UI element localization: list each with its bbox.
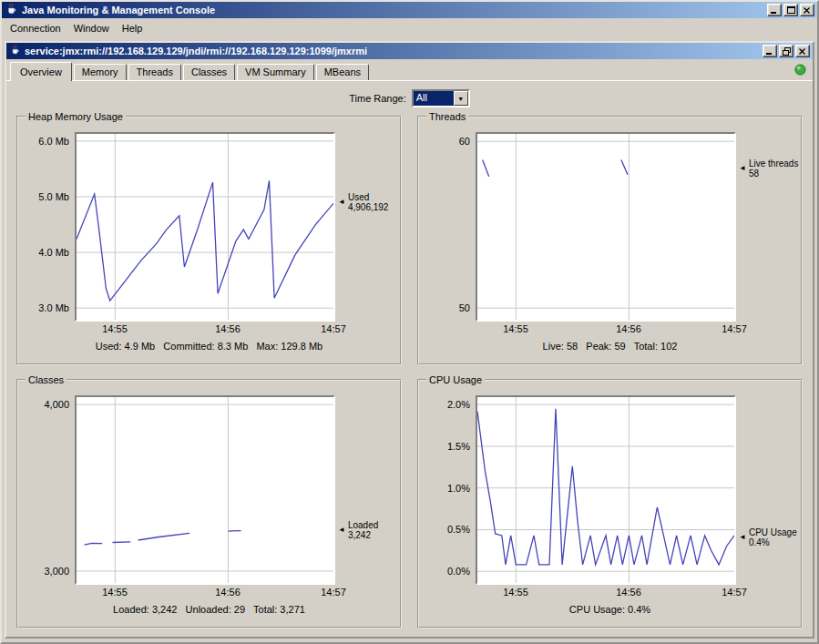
threads-line-chart <box>477 134 734 320</box>
close-icon <box>804 7 811 14</box>
annotation-text: Loaded3,242 <box>348 520 378 540</box>
chart-status: CPU Usage: 0.4% <box>425 604 795 615</box>
x-axis-tick-label: 14:57 <box>722 587 747 598</box>
x-axis-tick-label: 14:57 <box>321 323 346 334</box>
connection-window: service:jmx:rmi://192.168.129.129/jndi/r… <box>5 41 814 639</box>
mdi-workspace: service:jmx:rmi://192.168.129.129/jndi/r… <box>2 37 817 642</box>
chart-status: Used: 4.9 Mb Committed: 8.3 Mb Max: 129.… <box>24 341 394 352</box>
chart-panel-cpu-usage: CPU Usage 2.0%1.5%1.0%0.5%0.0% ◄CPU Usag… <box>417 379 803 629</box>
x-axis-tick-label: 14:56 <box>215 587 241 598</box>
menu-item-window[interactable]: Window <box>67 20 116 36</box>
main-titlebar[interactable]: Java Monitoring & Management Console <box>2 2 817 18</box>
x-axis: 14:5514:5614:57 <box>476 322 736 335</box>
tab-classes[interactable]: Classes <box>183 64 235 80</box>
menu-item-help[interactable]: Help <box>116 20 149 36</box>
x-axis: 14:5514:5614:57 <box>476 585 736 598</box>
dropdown-button[interactable]: ▼ <box>454 91 468 106</box>
java-cup-icon <box>5 3 18 17</box>
tab-memory[interactable]: Memory <box>74 64 127 80</box>
connection-status-icon[interactable] <box>794 64 806 77</box>
chart-annotation: ◄Live threads58 <box>736 132 795 322</box>
time-range-select[interactable]: All ▼ <box>412 89 470 107</box>
y-axis-tick-label: 6.0 Mb <box>38 137 69 146</box>
time-range-row: Time Range: All ▼ <box>6 81 813 112</box>
tab-strip: Overview Memory Threads Classes VM Summa… <box>6 59 813 80</box>
x-axis-tick-label: 14:56 <box>616 323 641 334</box>
x-axis: 14:5514:5614:57 <box>75 322 335 335</box>
y-axis-tick-label: 3,000 <box>44 567 69 576</box>
maximize-button[interactable] <box>783 4 798 16</box>
annotation-arrow-icon: ◄ <box>338 199 345 206</box>
x-axis-tick-label: 14:55 <box>503 323 528 334</box>
annotation-text: Live threads58 <box>749 158 798 179</box>
annotation-arrow-icon: ◄ <box>338 526 345 534</box>
chart-annotation: ◄CPU Usage0.4% <box>736 395 795 585</box>
menu-item-connection[interactable]: Connection <box>4 20 67 36</box>
chart-status: Loaded: 3,242 Unloaded: 29 Total: 3,271 <box>24 604 394 615</box>
chart-panel-threads: Threads 6050 ◄Live threads58 14:5514:561… <box>417 116 803 365</box>
annotation-arrow-icon: ◄ <box>739 534 746 541</box>
y-axis-tick-label: 0.5% <box>447 525 470 534</box>
chart-annotation: ◄Used4,906,192 <box>335 132 394 322</box>
menu-bar: Connection Window Help <box>2 18 817 37</box>
y-axis-tick-label: 1.5% <box>447 442 470 451</box>
x-axis-tick-label: 14:55 <box>102 587 128 598</box>
plot-area <box>75 395 335 585</box>
y-axis-tick-label: 4.0 Mb <box>38 248 69 257</box>
y-axis-tick-label: 3.0 Mb <box>38 303 69 312</box>
x-axis-tick-label: 14:55 <box>102 323 128 334</box>
time-range-label: Time Range: <box>349 93 406 104</box>
y-axis: 6.0 Mb5.0 Mb4.0 Mb3.0 Mb <box>24 132 75 322</box>
y-axis-tick-label: 4,000 <box>44 400 69 409</box>
tab-overview[interactable]: Overview <box>10 62 72 81</box>
y-axis-tick-label: 60 <box>459 137 470 146</box>
child-close-button[interactable] <box>795 45 810 57</box>
child-minimize-button[interactable] <box>763 45 777 57</box>
close-icon <box>799 48 806 55</box>
x-axis-tick-label: 14:56 <box>616 587 641 598</box>
plot-area <box>476 395 736 585</box>
annotation-arrow-icon: ◄ <box>739 165 746 172</box>
y-axis: 2.0%1.5%1.0%0.5%0.0% <box>425 395 476 585</box>
chart-panel-title: Heap Memory Usage <box>26 110 126 123</box>
child-restore-button[interactable] <box>779 45 793 57</box>
y-axis: 4,0003,000 <box>24 395 75 585</box>
chart-panel-title: CPU Usage <box>426 373 485 386</box>
minimize-button[interactable] <box>767 4 782 16</box>
annotation-text: CPU Usage0.4% <box>749 527 797 547</box>
minimize-icon <box>771 7 778 14</box>
connection-titlebar[interactable]: service:jmx:rmi://192.168.129.129/jndi/r… <box>6 43 813 59</box>
x-axis-tick-label: 14:55 <box>503 587 528 598</box>
chart-panel-title: Threads <box>426 110 468 123</box>
charts-grid: Heap Memory Usage 6.0 Mb5.0 Mb4.0 Mb3.0 … <box>6 112 813 637</box>
x-axis-tick-label: 14:57 <box>722 323 747 334</box>
java-cup-icon <box>10 45 21 57</box>
chart-panel-classes: Classes 4,0003,000 ◄Loaded3,242 14:5514:… <box>16 379 402 629</box>
cpu-line-chart <box>477 397 734 583</box>
x-axis-tick-label: 14:56 <box>215 323 241 334</box>
minimize-icon <box>766 48 773 55</box>
chart-status: Live: 58 Peak: 59 Total: 102 <box>425 341 795 352</box>
heap-line-chart <box>77 134 333 320</box>
chart-annotation: ◄Loaded3,242 <box>335 395 394 585</box>
x-axis: 14:5514:5614:57 <box>75 585 335 598</box>
y-axis-tick-label: 1.0% <box>447 484 470 493</box>
window-title: Java Monitoring & Management Console <box>22 5 763 15</box>
overview-tab-panel: Time Range: All ▼ Heap Memory Usage 6.0 … <box>6 80 813 637</box>
chevron-down-icon: ▼ <box>457 96 464 102</box>
chart-panel-title: Classes <box>26 373 67 386</box>
y-axis: 6050 <box>425 132 476 322</box>
annotation-text: Used4,906,192 <box>348 192 389 212</box>
maximize-icon <box>787 6 795 14</box>
classes-line-chart <box>77 397 333 583</box>
restore-icon <box>783 47 791 56</box>
plot-area <box>476 132 736 322</box>
tab-vm-summary[interactable]: VM Summary <box>237 64 314 80</box>
time-range-value: All <box>414 91 454 106</box>
connection-title: service:jmx:rmi://192.168.129.129/jndi/r… <box>25 46 759 56</box>
tab-mbeans[interactable]: MBeans <box>316 64 369 80</box>
tab-threads[interactable]: Threads <box>128 64 181 80</box>
y-axis-tick-label: 2.0% <box>447 400 470 409</box>
chart-panel-heap-memory-usage: Heap Memory Usage 6.0 Mb5.0 Mb4.0 Mb3.0 … <box>16 116 402 365</box>
close-button[interactable] <box>800 4 814 16</box>
